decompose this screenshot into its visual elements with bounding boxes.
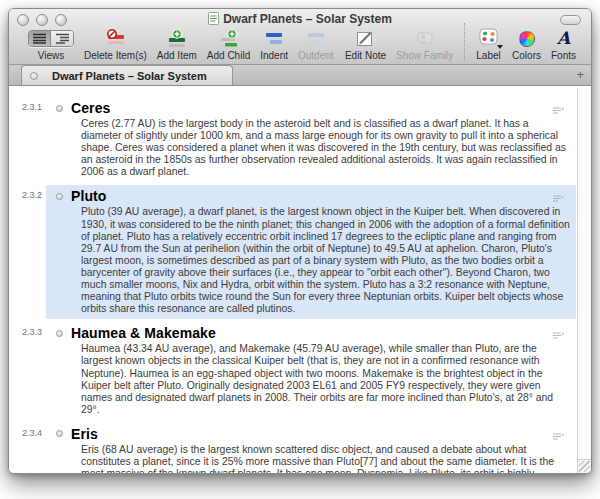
label-label: Label: [476, 50, 500, 61]
add-child-icon: [218, 29, 240, 48]
fonts-icon: A: [557, 30, 570, 47]
delete-item-label: Delete Item(s): [84, 50, 147, 61]
toolbar-toggle-pill[interactable]: [560, 15, 581, 25]
item-bullet-handle[interactable]: [56, 430, 63, 437]
delete-item-icon: [104, 29, 126, 48]
title-bar[interactable]: Dwarf Planets – Solar System: [9, 9, 591, 30]
vertical-scrollbar[interactable]: [577, 88, 591, 473]
window-title-wrap: Dwarf Planets – Solar System: [9, 12, 591, 26]
note-icon[interactable]: [553, 189, 564, 207]
tab-label: Dwarf Planets – Solar System: [52, 70, 207, 82]
section-title: Pluto: [71, 188, 107, 204]
indent-icon: [264, 31, 284, 47]
outline-row[interactable]: 2.3.1 Ceres Ceres (2.77 AU) is the: [9, 97, 576, 182]
outline-sections: 2.3.1 Ceres Ceres (2.77 AU) is the: [9, 88, 576, 473]
show-family-button: Show Family: [396, 28, 453, 61]
tab-close-circle-icon[interactable]: [30, 72, 38, 80]
outdent-label: Outdent: [298, 50, 334, 61]
add-item-button[interactable]: Add Item: [157, 28, 197, 61]
label-button[interactable]: Label: [476, 28, 500, 61]
edit-note-icon: [355, 30, 375, 48]
section-body-text: Pluto (39 AU average), a dwarf planet, i…: [81, 206, 570, 315]
outdent-button: Outdent: [298, 28, 334, 61]
section-number: 2.3.3: [22, 327, 42, 337]
note-icon[interactable]: [553, 101, 564, 119]
show-family-icon: [415, 30, 435, 48]
section-body-text: Haumea (43.34 AU average), and Makemake …: [81, 343, 570, 416]
fonts-label: Fonts: [551, 50, 576, 61]
note-icon[interactable]: [553, 326, 564, 344]
delete-item-button[interactable]: Delete Item(s): [84, 28, 147, 61]
section-body-text: Ceres (2.77 AU) is the largest body in t…: [81, 118, 570, 178]
outline-row[interactable]: 2.3.4 Eris Eris (68 AU average) is: [9, 423, 576, 473]
views-button[interactable]: Views: [28, 28, 74, 61]
section-number: 2.3.2: [22, 190, 42, 200]
item-bullet-handle[interactable]: [56, 330, 63, 337]
outline-row[interactable]: 2.3.2 Pluto Pluto (39 AU average),: [9, 185, 576, 319]
views-label: Views: [38, 50, 65, 61]
section-body-text: Eris (68 AU average) is the largest know…: [81, 444, 570, 473]
outdent-icon: [306, 31, 326, 47]
fonts-button[interactable]: A Fonts: [551, 28, 576, 61]
app-window: Dwarf Planets – Solar System: [8, 8, 592, 474]
show-family-label: Show Family: [396, 50, 453, 61]
colors-label: Colors: [512, 50, 541, 61]
tab-dwarf-planets[interactable]: Dwarf Planets – Solar System: [21, 65, 233, 85]
outline-view-icon[interactable]: [51, 31, 73, 46]
window-chrome: Dwarf Planets – Solar System: [9, 9, 591, 65]
edit-note-button[interactable]: Edit Note: [345, 28, 386, 61]
section-title: Eris: [71, 426, 98, 442]
tab-bar: Dwarf Planets – Solar System +: [9, 65, 591, 86]
add-tab-button[interactable]: +: [576, 67, 584, 82]
outline-content: 2.3.1 Ceres Ceres (2.77 AU) is the: [9, 88, 591, 473]
indent-label: Indent: [260, 50, 288, 61]
list-view-icon[interactable]: [29, 31, 51, 46]
item-bullet-handle[interactable]: [56, 105, 63, 112]
item-bullet-handle[interactable]: [56, 193, 63, 200]
label-dropdown-caret: [497, 45, 503, 49]
section-title: Ceres: [71, 100, 110, 116]
section-title: Haumea & Makemake: [71, 325, 216, 341]
add-item-icon: [166, 29, 188, 48]
section-number: 2.3.1: [22, 102, 42, 112]
toolbar: Views Delete Item(s): [9, 30, 591, 64]
note-icon[interactable]: [553, 427, 564, 445]
toolbar-separator: [464, 23, 465, 61]
label-icon: [479, 28, 498, 45]
window-title: Dwarf Planets – Solar System: [223, 12, 392, 26]
edit-note-label: Edit Note: [345, 50, 386, 61]
document-icon: [208, 12, 219, 25]
window-resize-grip[interactable]: [577, 459, 591, 473]
indent-button[interactable]: Indent: [260, 28, 288, 61]
outline-row[interactable]: 2.3.3 Haumea & Makemake Haumea (43: [9, 322, 576, 420]
section-number: 2.3.4: [22, 428, 42, 438]
views-segmented-control: [28, 30, 74, 47]
colors-button[interactable]: Colors: [512, 28, 541, 61]
add-child-label: Add Child: [207, 50, 250, 61]
color-wheel-icon: [519, 31, 535, 47]
add-item-label: Add Item: [157, 50, 197, 61]
add-child-button[interactable]: Add Child: [207, 28, 250, 61]
